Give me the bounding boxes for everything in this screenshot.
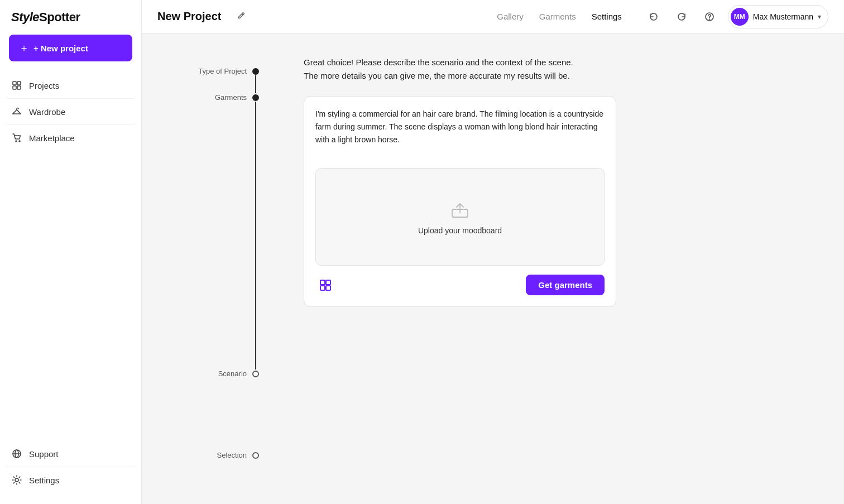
help-button[interactable] bbox=[700, 7, 719, 26]
svg-rect-16 bbox=[320, 280, 325, 285]
user-menu[interactable]: MM Max Mustermann ▾ bbox=[728, 5, 828, 28]
header-icons: MM Max Mustermann ▾ bbox=[644, 5, 828, 28]
nav-gallery[interactable]: Gallery bbox=[497, 12, 524, 21]
step-dot-garments bbox=[252, 94, 259, 101]
step-label-scenario: Scenario bbox=[218, 369, 247, 378]
user-avatar: MM bbox=[731, 8, 749, 26]
sidebar-bottom: Support Settings bbox=[0, 441, 141, 504]
cart-icon bbox=[11, 132, 22, 143]
header-nav: Gallery Garments Settings bbox=[497, 12, 622, 21]
svg-rect-0 bbox=[13, 81, 16, 85]
sidebar-item-projects[interactable]: Projects bbox=[4, 73, 137, 99]
step-label-selection: Selection bbox=[217, 451, 247, 459]
page-title: New Project bbox=[157, 10, 221, 23]
svg-rect-2 bbox=[13, 86, 16, 89]
sidebar-item-settings[interactable]: Settings bbox=[4, 467, 137, 493]
sidebar-item-wardrobe[interactable]: Wardrobe bbox=[4, 99, 137, 125]
edit-title-button[interactable] bbox=[237, 11, 246, 22]
instruction-text: Great choice! Please describe the scenar… bbox=[304, 56, 583, 83]
undo-button[interactable] bbox=[644, 7, 663, 26]
sidebar: StyleSpotter ＋ + New project Projects bbox=[0, 0, 142, 504]
globe-icon bbox=[11, 448, 22, 459]
stepper-panel: Type of Project Garments Scenario bbox=[142, 33, 270, 504]
svg-rect-18 bbox=[320, 286, 325, 290]
sidebar-item-settings-label: Settings bbox=[29, 476, 59, 485]
step-scenario[interactable]: Scenario bbox=[218, 369, 259, 378]
sidebar-item-marketplace-label: Marketplace bbox=[29, 133, 75, 143]
get-garments-button[interactable]: Get garments bbox=[526, 275, 605, 295]
svg-line-11 bbox=[242, 13, 243, 15]
redo-button[interactable] bbox=[672, 7, 691, 26]
user-initials: MM bbox=[734, 13, 745, 21]
step-garments[interactable]: Garments bbox=[215, 93, 259, 102]
sidebar-nav: Projects Wardrobe Marketplac bbox=[0, 73, 141, 257]
svg-point-5 bbox=[16, 141, 17, 142]
moodboard-upload-label: Upload your moodboard bbox=[418, 226, 502, 235]
svg-rect-17 bbox=[326, 280, 330, 285]
sidebar-item-support[interactable]: Support bbox=[4, 441, 137, 467]
main-content: Great choice! Please describe the scenar… bbox=[270, 33, 844, 504]
hanger-icon bbox=[11, 106, 22, 117]
scenario-textarea[interactable]: I'm styling a commercial for an hair car… bbox=[315, 108, 605, 159]
user-name: Max Mustermann bbox=[753, 12, 813, 21]
svg-point-6 bbox=[19, 141, 20, 142]
upload-icon bbox=[450, 199, 470, 219]
step-dot-scenario bbox=[252, 371, 259, 377]
moodboard-upload-area[interactable]: Upload your moodboard bbox=[315, 168, 605, 266]
sidebar-item-marketplace[interactable]: Marketplace bbox=[4, 125, 137, 151]
step-type-of-project[interactable]: Type of Project bbox=[198, 67, 259, 75]
gear-icon bbox=[11, 474, 22, 486]
grid-layout-button[interactable] bbox=[315, 275, 335, 295]
svg-rect-19 bbox=[326, 286, 330, 290]
card-footer: Get garments bbox=[315, 275, 605, 295]
step-dot-type bbox=[252, 68, 259, 75]
chevron-down-icon: ▾ bbox=[818, 13, 821, 21]
sidebar-item-projects-label: Projects bbox=[29, 81, 59, 90]
step-label-type: Type of Project bbox=[198, 67, 247, 75]
app-logo: StyleSpotter bbox=[0, 0, 141, 35]
step-label-garments: Garments bbox=[215, 93, 247, 102]
svg-point-13 bbox=[709, 19, 709, 20]
scenario-card: I'm styling a commercial for an hair car… bbox=[304, 96, 616, 307]
content-area: Type of Project Garments Scenario bbox=[142, 33, 844, 504]
grid-icon bbox=[11, 80, 22, 91]
stepper: Type of Project Garments Scenario bbox=[142, 67, 270, 378]
nav-garments[interactable]: Garments bbox=[539, 12, 576, 21]
svg-rect-3 bbox=[17, 86, 21, 89]
step-selection[interactable]: Selection bbox=[217, 451, 259, 459]
plus-icon: ＋ bbox=[19, 41, 29, 55]
new-project-button[interactable]: ＋ + New project bbox=[9, 35, 132, 61]
step-connector-2 bbox=[255, 102, 256, 369]
new-project-label: + New project bbox=[33, 44, 88, 53]
main-area: New Project Gallery Garments Settings bbox=[142, 0, 844, 504]
header: New Project Gallery Garments Settings bbox=[142, 0, 844, 33]
step-dot-selection bbox=[252, 452, 259, 459]
sidebar-item-support-label: Support bbox=[29, 449, 59, 459]
svg-point-10 bbox=[15, 478, 18, 482]
svg-rect-1 bbox=[17, 81, 21, 85]
step-connector-1 bbox=[255, 75, 256, 93]
nav-settings[interactable]: Settings bbox=[592, 12, 622, 21]
sidebar-item-wardrobe-label: Wardrobe bbox=[29, 107, 65, 117]
